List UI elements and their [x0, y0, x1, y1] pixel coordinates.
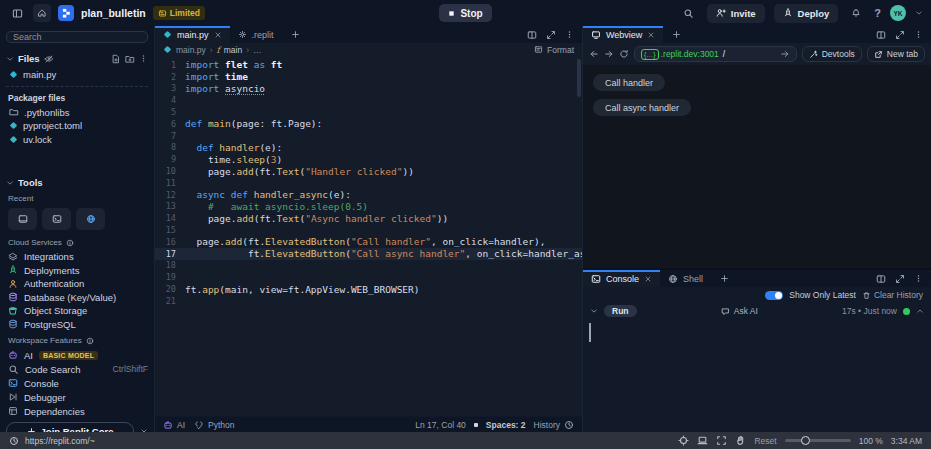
home-button[interactable] — [33, 4, 51, 22]
code-line[interactable]: 21 — [155, 295, 582, 307]
files-menu-button[interactable] — [139, 54, 148, 63]
reset-zoom-button[interactable]: Reset — [754, 436, 776, 446]
history-button[interactable]: History — [534, 420, 574, 430]
code-line[interactable]: 6def main(page: ft.Page): — [155, 118, 582, 130]
file-item[interactable]: main.py — [6, 68, 148, 82]
invite-button[interactable]: Invite — [707, 4, 765, 23]
workspace-feature-item[interactable]: Console — [6, 376, 148, 390]
back-button[interactable] — [589, 49, 599, 59]
tab-replit-config[interactable]: .replit — [230, 26, 282, 43]
cloud-service-item[interactable]: Authentication — [6, 277, 148, 291]
crosshair-icon[interactable] — [678, 435, 689, 446]
new-tab-button[interactable]: New tab — [867, 46, 925, 62]
code-line[interactable]: 16 page.add(ft.ElevatedButton("Call hand… — [155, 236, 582, 248]
cloud-service-item[interactable]: PostgreSQL — [6, 318, 148, 332]
zoom-slider[interactable] — [785, 439, 851, 442]
code-editor[interactable]: 1import flet as ft2import time3import as… — [155, 56, 582, 416]
url-input[interactable]: {…}.replit.dev:3001 / — [634, 46, 797, 62]
cursor-position[interactable]: Ln 17, Col 40 — [415, 420, 466, 430]
cloud-service-item[interactable]: Deployments — [6, 264, 148, 278]
tools-collapse-icon[interactable] — [6, 179, 14, 187]
repl-title[interactable]: plan_bulletin — [81, 7, 146, 19]
new-file-button[interactable] — [111, 54, 121, 64]
console-output[interactable] — [583, 319, 931, 432]
files-collapse-icon[interactable] — [6, 55, 14, 63]
workspace-feature-item[interactable]: AIBASIC MODEL — [6, 348, 148, 362]
file-item[interactable]: uv.lock — [6, 133, 148, 147]
code-line[interactable]: 18 — [155, 260, 582, 272]
recent-tool-console-button[interactable] — [8, 208, 37, 230]
pane-menu-icon[interactable] — [565, 30, 574, 39]
code-line[interactable]: 17 ft.ElevatedButton("Call async handler… — [155, 248, 582, 260]
sidebar-search[interactable] — [6, 31, 148, 43]
refresh-button[interactable] — [619, 49, 629, 59]
expand-pane-icon[interactable] — [895, 274, 905, 284]
scroll-top-icon[interactable] — [916, 307, 924, 315]
code-line[interactable]: 2import time — [155, 71, 582, 83]
cloud-service-item[interactable]: Integrations — [6, 250, 148, 264]
webview-button[interactable]: Call async handler — [593, 99, 691, 116]
browser-url[interactable]: https://replit.com/~ — [25, 436, 95, 446]
limited-badge[interactable]: Limited — [153, 6, 205, 20]
split-pane-icon[interactable] — [876, 274, 886, 284]
new-webview-tab-button[interactable] — [663, 26, 690, 43]
breadcrumb-file[interactable]: main.py — [176, 45, 206, 55]
workspace-feature-item[interactable]: Debugger — [6, 390, 148, 404]
deploy-button[interactable]: Deploy — [774, 4, 839, 23]
code-line[interactable]: 15 — [155, 224, 582, 236]
close-tab-icon[interactable] — [214, 31, 222, 39]
replit-logo[interactable] — [58, 5, 74, 21]
sidebar-toggle-button[interactable] — [8, 4, 26, 22]
workspace-feature-item[interactable]: Dependencies — [6, 404, 148, 418]
search-button[interactable] — [680, 4, 698, 22]
code-line[interactable]: 11 — [155, 177, 582, 189]
code-line[interactable]: 8 def handler(e): — [155, 142, 582, 154]
grab-icon[interactable] — [735, 435, 746, 446]
code-line[interactable]: 7 — [155, 130, 582, 142]
indentation-status[interactable]: Spaces: 2 — [486, 420, 526, 430]
workspace-feature-item[interactable]: Code SearchCtrlShiftF — [6, 362, 148, 376]
split-pane-icon[interactable] — [876, 30, 886, 40]
recent-tool-globe-button[interactable] — [76, 208, 105, 230]
screen-icon[interactable] — [697, 435, 708, 446]
ask-ai-button[interactable]: Ask AI — [721, 306, 758, 316]
tools-header[interactable]: Tools — [6, 177, 148, 188]
devtools-button[interactable]: Devtools — [802, 46, 862, 62]
collapse-session-icon[interactable] — [590, 307, 598, 315]
editor-scrollbar[interactable] — [577, 59, 581, 97]
code-line[interactable]: 9 time.sleep(3) — [155, 153, 582, 165]
code-line[interactable]: 3import asyncio — [155, 83, 582, 95]
account-chevron-down-icon[interactable] — [915, 9, 923, 17]
cloud-service-item[interactable]: Object Storage — [6, 304, 148, 318]
code-line[interactable]: 13 # await asyncio.sleep(0.5) — [155, 201, 582, 213]
expand-pane-icon[interactable] — [546, 30, 556, 40]
language-status[interactable]: Python — [194, 420, 234, 430]
breadcrumb-function[interactable]: main — [224, 45, 242, 55]
code-line[interactable]: 5 — [155, 106, 582, 118]
code-line[interactable]: 14 page.add(ft.Text("Async handler click… — [155, 212, 582, 224]
breadcrumb-more[interactable]: … — [253, 45, 262, 55]
format-button[interactable]: Format — [534, 45, 574, 55]
clear-history-button[interactable]: Clear History — [862, 290, 923, 300]
code-line[interactable]: 12 async def handler_async(e): — [155, 189, 582, 201]
search-input[interactable] — [13, 32, 141, 42]
hidden-files-icon[interactable] — [44, 54, 54, 64]
file-item[interactable]: .pythonlibs — [6, 106, 148, 120]
split-pane-icon[interactable] — [527, 30, 537, 40]
tab-webview[interactable]: Webview — [583, 26, 663, 43]
forward-button[interactable] — [604, 49, 614, 59]
ai-status[interactable]: AI — [163, 420, 185, 430]
stop-button[interactable]: Stop — [439, 4, 491, 22]
close-tab-icon[interactable] — [647, 31, 655, 39]
tab-main-py[interactable]: main.py — [155, 26, 230, 43]
avatar[interactable]: YK — [890, 5, 906, 21]
notifications-button[interactable] — [847, 4, 865, 22]
code-line[interactable]: 19 — [155, 271, 582, 283]
file-item[interactable]: pyproject.toml — [6, 119, 148, 133]
expand-pane-icon[interactable] — [895, 30, 905, 40]
close-tab-icon[interactable] — [644, 275, 652, 283]
cloud-service-item[interactable]: Database (Key/Value) — [6, 291, 148, 305]
code-line[interactable]: 1import flet as ft — [155, 59, 582, 71]
pane-menu-icon[interactable] — [914, 274, 923, 283]
recent-tool-terminal-button[interactable] — [42, 208, 71, 230]
